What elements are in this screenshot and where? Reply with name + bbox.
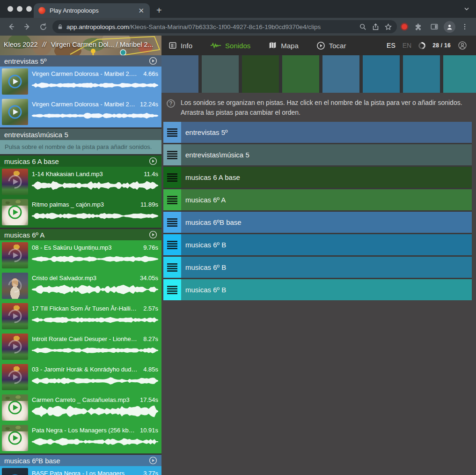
breadcrumb-page[interactable]: Virgen Carmen Dol... / Maribel 2... xyxy=(51,41,154,48)
clip-play-triangle-icon xyxy=(13,79,18,84)
track-color-swatch xyxy=(443,55,476,93)
forward-button[interactable] xyxy=(21,20,34,33)
audio-clip[interactable]: Carmen Carreto _ Castañuelas.mp3 17.54s xyxy=(0,393,161,423)
track-drag-handle[interactable] xyxy=(163,257,181,278)
track-drag-handle[interactable] xyxy=(163,212,181,233)
track-drag-handle[interactable] xyxy=(163,189,181,210)
nav-tab-info-label: Info xyxy=(181,42,192,50)
track-row-body[interactable]: entrevistas\música 5 xyxy=(181,144,472,165)
track-name: musicas 6º B xyxy=(185,263,226,271)
clip-waveform xyxy=(32,375,158,387)
clip-thumbnail xyxy=(2,394,28,421)
audio-clip[interactable]: 17 Till Flickan Som Är Tusen År-Halling … xyxy=(0,301,161,332)
drag-grip-icon xyxy=(167,151,177,159)
url-bar[interactable]: app.antropoloops.com/Kleos-Santa-Marina/… xyxy=(52,20,397,33)
nav-tab-sonidos-label: Sonidos xyxy=(225,42,250,50)
track-name: musicas 6ºB base xyxy=(185,218,242,226)
bookmark-star-icon[interactable] xyxy=(384,23,392,31)
drag-grip-icon xyxy=(167,173,177,182)
recording-extension-icon[interactable] xyxy=(402,24,407,30)
clip-waveform xyxy=(32,314,158,326)
clip-thumbnail xyxy=(2,99,28,125)
track-row[interactable]: musicas 6º B xyxy=(163,234,472,255)
track-row[interactable]: musicas 6 A base xyxy=(163,167,472,188)
clip-waveform xyxy=(32,436,158,448)
track-row[interactable]: musicas 6º A xyxy=(163,189,472,210)
audio-clip[interactable]: Virgen Carmen Dolorosa - Maribel 2.mp3 1… xyxy=(0,97,161,127)
reload-button[interactable] xyxy=(37,20,50,33)
track-row-body[interactable]: musicas 6 A base xyxy=(181,167,472,188)
browser-menu-kebab-icon[interactable] xyxy=(458,20,471,33)
drag-grip-icon xyxy=(167,286,177,294)
section-play-button[interactable] xyxy=(149,456,157,465)
section-play-button[interactable] xyxy=(149,57,157,65)
url-path: /Kleos-Santa-Marina/07b6333c-1f00-4927-8… xyxy=(129,23,321,30)
nav-tab-mapa[interactable]: Mapa xyxy=(268,41,299,50)
new-tab-button[interactable]: + xyxy=(156,5,162,16)
close-button[interactable] xyxy=(7,6,13,12)
track-name: musicas 6º B xyxy=(185,241,226,249)
track-section-header[interactable]: musicas 6º A xyxy=(0,229,161,240)
clip-play-triangle-icon xyxy=(13,283,18,289)
track-row-body[interactable]: musicas 6º B xyxy=(181,234,472,255)
clip-duration: 8.27s xyxy=(143,335,158,342)
track-drag-handle[interactable] xyxy=(163,234,181,255)
track-row[interactable]: entrevistas 5º xyxy=(163,122,472,143)
breadcrumb-project-link[interactable]: Kleos 2022 xyxy=(4,41,38,48)
zoom-button[interactable] xyxy=(26,6,32,12)
clip-main: Pata Negra - Los Managers (256 kbps).mp3… xyxy=(32,425,160,452)
tab-close-icon[interactable]: ✕ xyxy=(137,7,145,14)
track-drag-handle[interactable] xyxy=(163,279,181,300)
track-row-body[interactable]: musicas 6º A xyxy=(181,189,472,210)
track-section-header[interactable]: entrevistas\música 5 xyxy=(0,129,161,140)
lang-toggle-en[interactable]: EN xyxy=(403,42,411,49)
share-icon[interactable] xyxy=(372,23,380,31)
track-row[interactable]: musicas 6º B xyxy=(163,257,472,278)
audio-clip[interactable]: Virgen Carmen Dolorosa - Maribel 2.mp3 4… xyxy=(0,67,161,97)
track-row-body[interactable]: musicas 6ºB base xyxy=(181,212,472,233)
minimize-button[interactable] xyxy=(17,6,22,12)
audio-clip[interactable]: Introit Rorate Caeli Desuper - Lionheart… xyxy=(0,332,161,362)
clip-play-triangle-icon xyxy=(13,374,18,380)
lock-icon xyxy=(57,23,63,30)
track-row[interactable]: musicas 6ºB base xyxy=(163,212,472,233)
audio-clip[interactable]: BASE Pata Negra - Los Managers 3.77s xyxy=(0,466,161,475)
map-icon xyxy=(268,41,277,50)
audio-clip[interactable]: Cristo del Salvador.mp3 34.05s xyxy=(0,271,161,301)
side-panel-icon[interactable] xyxy=(428,20,441,33)
zoom-icon[interactable] xyxy=(359,23,367,31)
nav-tab-info[interactable]: Info xyxy=(168,41,192,50)
track-row-body[interactable]: entrevistas 5º xyxy=(181,122,472,143)
lang-toggle-es[interactable]: ES xyxy=(387,42,395,49)
track-list: entrevistas 5º entrevistas\música 5 musi… xyxy=(163,122,472,300)
app-nav: Info Sonidos Mapa Tocar ES EN 28 / 16 xyxy=(161,36,476,55)
audio-clip[interactable]: 1-14 Khakasian Land.mp3 11.4s xyxy=(0,167,161,197)
track-row-body[interactable]: musicas 6º B xyxy=(181,257,472,278)
nav-tab-tocar[interactable]: Tocar xyxy=(316,41,346,50)
track-section-header[interactable]: musicas 6ºB base xyxy=(0,455,161,466)
back-button[interactable] xyxy=(5,20,18,33)
tab-search-chevron-icon[interactable] xyxy=(463,5,470,13)
track-drag-handle[interactable] xyxy=(163,167,181,188)
section-play-button[interactable] xyxy=(149,157,157,165)
audio-clip[interactable]: 08 - Es Sakūru Uguntiņu.mp3 9.76s xyxy=(0,240,161,271)
track-name: entrevistas\música 5 xyxy=(185,151,249,159)
track-drag-handle[interactable] xyxy=(163,122,181,143)
nav-tab-sonidos[interactable]: Sonidos xyxy=(210,41,250,50)
track-drag-handle[interactable] xyxy=(163,144,181,165)
extensions-puzzle-icon[interactable] xyxy=(412,20,425,33)
track-row[interactable]: entrevistas\música 5 xyxy=(163,144,472,165)
browser-tab[interactable]: Play Antropoloops ✕ xyxy=(34,3,150,18)
track-row-body[interactable]: musicas 6º B xyxy=(181,279,472,300)
account-icon[interactable] xyxy=(458,41,467,50)
track-section-header[interactable]: entrevistas 5º xyxy=(0,55,161,67)
audio-clip[interactable]: Ritmo palmas _ cajón.mp3 11.89s xyxy=(0,197,161,228)
clip-duration: 9.76s xyxy=(143,244,158,251)
audio-clip[interactable]: 03 - Jaromír Horák & Konrádyho dudácká .… xyxy=(0,362,161,393)
browser-profile-avatar[interactable] xyxy=(444,21,455,33)
audio-clip[interactable]: Pata Negra - Los Managers (256 kbps).mp3… xyxy=(0,423,161,453)
section-play-button[interactable] xyxy=(149,230,157,239)
track-section-header[interactable]: musicas 6 A base xyxy=(0,156,161,167)
track-row[interactable]: musicas 6º B xyxy=(163,279,472,300)
help-text: Los sonidos se organizan en pistas. Haz … xyxy=(181,98,469,118)
